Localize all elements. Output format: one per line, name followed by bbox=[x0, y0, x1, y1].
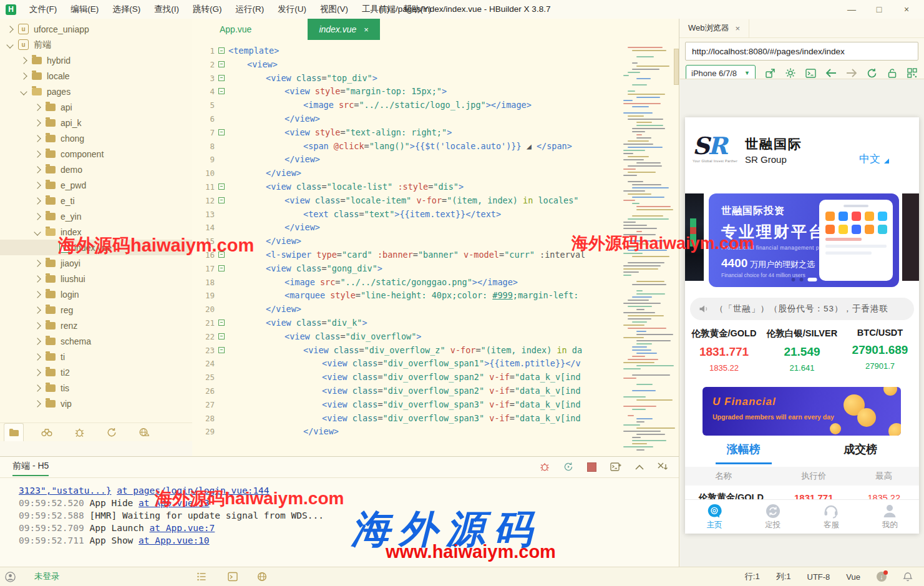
promo-banner[interactable]: U Financial Upgraded members will earn e… bbox=[703, 387, 901, 436]
restart-icon[interactable] bbox=[563, 462, 573, 472]
chevron-down-icon[interactable] bbox=[34, 228, 41, 235]
tree-item-hybrid[interactable]: hybrid bbox=[0, 52, 192, 68]
swiper-dots[interactable] bbox=[791, 278, 817, 281]
fold-marker-icon[interactable] bbox=[218, 251, 225, 258]
syntax-indicator[interactable]: Vue bbox=[846, 572, 860, 582]
fold-marker-icon[interactable] bbox=[218, 75, 225, 81]
tab-close-icon[interactable]: × bbox=[364, 25, 369, 34]
console-link[interactable]: at pages/login/login.vue:144 bbox=[117, 486, 269, 496]
fold-marker-icon[interactable] bbox=[218, 347, 225, 353]
chevron-right-icon[interactable] bbox=[34, 291, 41, 298]
console-link[interactable]: at App.vue:13 bbox=[139, 498, 210, 508]
settings-gear-icon[interactable] bbox=[785, 67, 796, 79]
tree-item-chong[interactable]: chong bbox=[0, 130, 192, 146]
tree-item-api_k[interactable]: api_k bbox=[0, 115, 192, 130]
url-bar[interactable]: http://localhost:8080/#/pages/index/inde… bbox=[685, 42, 918, 61]
chevron-right-icon[interactable] bbox=[34, 213, 41, 220]
rank-tab-1[interactable]: 涨幅榜 bbox=[685, 442, 802, 464]
browser-tab[interactable]: Web浏览器 × bbox=[679, 19, 749, 37]
back-icon[interactable] bbox=[825, 67, 837, 79]
tree-item-e_pwd[interactable]: e_pwd bbox=[0, 177, 192, 193]
tree-item-vip[interactable]: vip bbox=[0, 396, 192, 411]
project-explorer-icon[interactable] bbox=[4, 423, 24, 442]
fold-marker-icon[interactable] bbox=[218, 197, 225, 203]
encoding-indicator[interactable]: UTF-8 bbox=[807, 572, 830, 582]
tab-app-vue[interactable]: App.vue bbox=[208, 19, 263, 40]
chevron-right-icon[interactable] bbox=[34, 400, 41, 407]
tree-item-reg[interactable]: reg bbox=[0, 302, 192, 318]
editor-scrollbar[interactable] bbox=[674, 40, 679, 456]
chevron-right-icon[interactable] bbox=[34, 182, 41, 188]
qr-code-icon[interactable] bbox=[907, 67, 918, 79]
fold-marker-icon[interactable] bbox=[218, 265, 225, 271]
chevron-right-icon[interactable] bbox=[34, 353, 41, 360]
console-tab[interactable]: 前端 - H5 bbox=[12, 461, 49, 476]
nav-service[interactable]: 客服 bbox=[802, 500, 861, 534]
tree-item-api[interactable]: api bbox=[0, 99, 192, 115]
chevron-right-icon[interactable] bbox=[34, 166, 41, 173]
user-icon[interactable] bbox=[5, 572, 16, 582]
chevron-right-icon[interactable] bbox=[20, 72, 27, 79]
minimize-button[interactable]: — bbox=[838, 0, 865, 19]
tree-item-前端[interactable]: u前端 bbox=[0, 37, 192, 52]
new-terminal-icon[interactable] bbox=[610, 462, 621, 472]
menu-item-6[interactable]: 运行(R) bbox=[229, 0, 271, 19]
tree-item-component[interactable]: component bbox=[0, 146, 192, 162]
chevron-right-icon[interactable] bbox=[34, 260, 41, 266]
chevron-right-icon[interactable] bbox=[34, 338, 41, 344]
menu-item-3[interactable]: 选择(S) bbox=[105, 0, 147, 19]
devtools-console-icon[interactable] bbox=[805, 67, 816, 79]
banner-swiper[interactable]: 世融国际投资 专业理财平台 Professional financial man… bbox=[709, 193, 899, 287]
ticker-1[interactable]: 伦敦黄金/GOLD1831.7711835.22 bbox=[685, 328, 763, 373]
fold-marker-icon[interactable] bbox=[218, 129, 225, 135]
debug-icon[interactable] bbox=[540, 462, 550, 472]
outline-list-icon[interactable] bbox=[197, 572, 207, 582]
tree-item-index[interactable]: index bbox=[0, 224, 192, 240]
fold-marker-icon[interactable] bbox=[218, 333, 225, 339]
tree-item-locale[interactable]: locale bbox=[0, 68, 192, 84]
nav-home[interactable]: 主页 bbox=[685, 500, 744, 534]
menu-item-7[interactable]: 发行(U) bbox=[271, 0, 313, 19]
tree-item-renz[interactable]: renz bbox=[0, 318, 192, 333]
chevron-right-icon[interactable] bbox=[34, 275, 41, 282]
search-binoculars-icon[interactable] bbox=[37, 423, 56, 441]
stop-icon[interactable] bbox=[587, 462, 596, 472]
menu-item-8[interactable]: 视图(V) bbox=[313, 0, 355, 19]
update-icon[interactable]: ↓ bbox=[877, 572, 887, 582]
tree-item-schema[interactable]: schema bbox=[0, 333, 192, 349]
fold-marker-icon[interactable] bbox=[218, 183, 225, 190]
tree-item-demo[interactable]: demo bbox=[0, 162, 192, 177]
tab-index-vue[interactable]: index.vue × bbox=[308, 19, 380, 40]
collapse-panel-icon[interactable] bbox=[635, 464, 644, 470]
chevron-right-icon[interactable] bbox=[34, 150, 41, 157]
tree-item-login[interactable]: login bbox=[0, 286, 192, 302]
chevron-right-icon[interactable] bbox=[34, 197, 41, 204]
scrollbar-thumb[interactable] bbox=[674, 49, 679, 85]
tree-item-ti2[interactable]: ti2 bbox=[0, 364, 192, 380]
fold-marker-icon[interactable] bbox=[218, 61, 225, 67]
tree-item-ti[interactable]: ti bbox=[0, 349, 192, 364]
language-switch[interactable]: 中文 bbox=[859, 152, 889, 166]
menu-item-4[interactable]: 查找(I) bbox=[147, 0, 186, 19]
lock-icon[interactable] bbox=[887, 67, 898, 79]
announcement-marquee[interactable]: （「世融」）（股份代号：53），于香港联 bbox=[690, 298, 914, 320]
console-link[interactable]: at App.vue:7 bbox=[150, 523, 215, 533]
console-link[interactable]: 3123","ustatu...} bbox=[19, 486, 111, 496]
nav-mine[interactable]: 我的 bbox=[860, 500, 919, 534]
notifications-bell-icon[interactable] bbox=[903, 572, 913, 582]
close-button[interactable]: × bbox=[893, 0, 920, 19]
refresh-icon[interactable] bbox=[867, 67, 877, 79]
clear-log-icon[interactable] bbox=[658, 462, 668, 471]
fold-marker-icon[interactable] bbox=[218, 47, 225, 54]
chevron-right-icon[interactable] bbox=[34, 135, 41, 142]
minimap[interactable] bbox=[621, 44, 674, 453]
menu-item-5[interactable]: 跳转(G) bbox=[186, 0, 229, 19]
chevron-down-icon[interactable] bbox=[6, 41, 13, 48]
chevron-right-icon[interactable] bbox=[34, 369, 41, 376]
chevron-right-icon[interactable] bbox=[34, 306, 41, 313]
ticker-3[interactable]: BTC/USDT27901.68927901.7 bbox=[841, 328, 919, 373]
chevron-right-icon[interactable] bbox=[34, 322, 41, 329]
history-sync-icon[interactable] bbox=[102, 423, 121, 441]
menu-item-2[interactable]: 编辑(E) bbox=[64, 0, 105, 19]
chevron-right-icon[interactable] bbox=[20, 57, 27, 64]
